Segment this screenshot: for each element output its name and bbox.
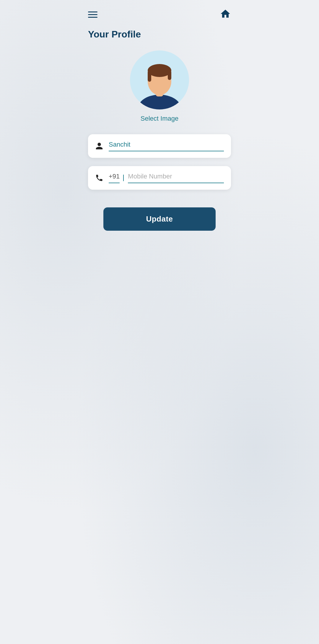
svg-rect-4: [148, 71, 151, 82]
menu-icon[interactable]: [88, 12, 97, 18]
update-button[interactable]: Update: [103, 207, 216, 231]
name-input-card: [88, 134, 231, 158]
page-title: Your Profile: [80, 25, 239, 50]
svg-rect-5: [168, 71, 171, 80]
avatar[interactable]: [130, 50, 189, 109]
select-image-button[interactable]: Select Image: [141, 115, 178, 122]
header: [80, 0, 239, 25]
phone-input[interactable]: [128, 173, 224, 183]
home-icon[interactable]: [220, 8, 231, 21]
phone-input-card: +91: [88, 166, 231, 190]
phone-icon: [95, 174, 103, 182]
update-section: Update: [80, 190, 239, 248]
name-input[interactable]: [109, 141, 224, 151]
person-icon: [95, 142, 103, 150]
name-input-wrapper: [109, 141, 224, 151]
svg-point-0: [138, 95, 181, 109]
phone-row: +91: [109, 173, 224, 183]
phone-input-wrapper: +91: [109, 173, 224, 183]
country-code: +91: [109, 173, 120, 183]
avatar-section: Select Image: [80, 50, 239, 122]
phone-cursor: [123, 175, 124, 181]
form-section: +91: [80, 134, 239, 190]
